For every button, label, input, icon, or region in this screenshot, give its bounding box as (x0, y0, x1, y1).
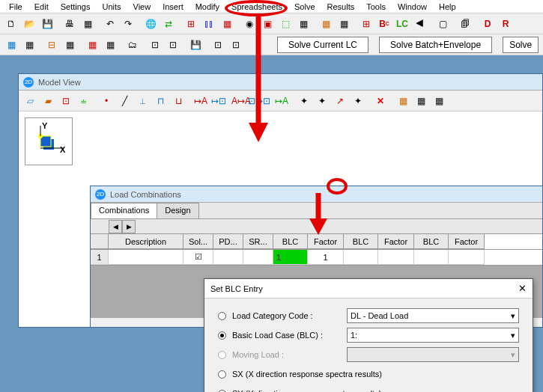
mvt-17-icon[interactable]: ↗ (332, 93, 348, 109)
t2-6-icon[interactable]: ▦ (102, 37, 118, 53)
mvt-3-icon[interactable]: ⊡ (58, 93, 74, 109)
col-description[interactable]: Description (109, 234, 183, 249)
mvt-18-icon[interactable]: ✦ (350, 93, 366, 109)
tool3-icon[interactable]: ▦ (219, 16, 235, 32)
tool12-icon[interactable]: 🗐 (457, 16, 473, 32)
mvt-13-icon[interactable]: ⊡↦⊡ (251, 93, 267, 109)
cell-factor3[interactable] (449, 250, 485, 265)
tool7-icon[interactable]: ▦ (295, 16, 312, 32)
print-preview-icon[interactable]: ▦ (79, 16, 96, 32)
globe-icon[interactable]: 🌐 (142, 16, 159, 32)
model-view-titlebar[interactable]: 2D Model View (19, 74, 542, 91)
mvt-delete-icon[interactable]: ✕ (372, 93, 389, 109)
mvt-line-icon[interactable]: ╱ (116, 93, 133, 109)
mvt-19-icon[interactable]: ▦ (395, 93, 411, 109)
menu-modify[interactable]: Modify (189, 1, 225, 13)
mvt-9-icon[interactable]: ⊔ (170, 93, 186, 109)
t2-9-icon[interactable]: ⊡ (165, 37, 181, 53)
cell-sr[interactable] (243, 250, 273, 265)
sheet-prev-icon[interactable]: ◀ (109, 220, 122, 233)
mvt-21-icon[interactable]: ▦ (431, 93, 447, 109)
undo-icon[interactable]: ↶ (102, 16, 118, 32)
tool1-icon[interactable]: ⊞ (183, 16, 199, 32)
mvt-node-icon[interactable]: • (98, 93, 115, 109)
col-blc1[interactable]: BLC (273, 234, 308, 249)
t2-7-icon[interactable]: 🗂 (124, 37, 141, 53)
col-sol[interactable]: Sol... (183, 234, 213, 249)
mvt-14-icon[interactable]: ↦A (273, 93, 290, 109)
tool4-icon[interactable]: ◉ (241, 16, 258, 32)
lc-label-icon[interactable]: LC (394, 16, 410, 32)
redo-icon[interactable]: ↷ (120, 16, 136, 32)
col-blc2[interactable]: BLC (344, 234, 378, 249)
mvt-11-icon[interactable]: ↦⊡ (210, 93, 227, 109)
tool11-icon[interactable]: ▢ (434, 16, 451, 32)
menu-file[interactable]: File (3, 1, 28, 13)
mvt-12-icon[interactable]: A↦A (233, 93, 249, 109)
r-icon[interactable]: R (497, 16, 514, 32)
tab-design[interactable]: Design (157, 203, 198, 218)
mvt-15-icon[interactable]: ✦ (296, 93, 312, 109)
radio-sx[interactable] (218, 370, 226, 379)
new-icon[interactable]: 🗋 (3, 16, 19, 32)
cell-pd[interactable] (213, 250, 243, 265)
col-factor2[interactable]: Factor (378, 234, 414, 249)
menu-units[interactable]: Units (96, 1, 127, 13)
radio-load-category[interactable] (218, 312, 226, 320)
tool10-icon[interactable]: ⊞ (358, 16, 374, 32)
blc-icon[interactable]: BC (376, 16, 392, 32)
col-factor3[interactable]: Factor (449, 234, 485, 249)
open-icon[interactable]: 📂 (21, 16, 37, 32)
radio-blc[interactable] (218, 331, 226, 340)
solve-batch-button[interactable]: Solve Batch+Envelope (379, 37, 492, 53)
menu-window[interactable]: Window (392, 1, 433, 13)
mvt-7-icon[interactable]: ⟂ (134, 93, 151, 109)
col-pd[interactable]: PD... (213, 234, 243, 249)
cell-description[interactable] (109, 250, 183, 265)
cell-rownum[interactable]: 1 (91, 250, 109, 265)
t2-10-icon[interactable]: 💾 (187, 37, 204, 53)
d-icon[interactable]: D (479, 16, 496, 32)
mvt-select-icon[interactable]: ▱ (22, 93, 38, 109)
col-sr[interactable]: SR... (243, 234, 273, 249)
mvt-20-icon[interactable]: ▦ (413, 93, 429, 109)
t2-1-icon[interactable]: ▦ (3, 37, 19, 53)
cell-blc3[interactable] (414, 250, 449, 265)
combo-load-category[interactable]: DL - Dead Load▾ (347, 308, 519, 323)
menu-help[interactable]: Help (433, 1, 462, 13)
dialog-titlebar[interactable]: Set BLC Entry ✕ (204, 279, 533, 298)
col-rownum[interactable] (91, 234, 109, 249)
cell-blc1-active[interactable]: 1 (273, 250, 308, 265)
tool6-icon[interactable]: ⬚ (277, 16, 294, 32)
mvt-8-icon[interactable]: ⊓ (152, 93, 169, 109)
mvt-4-icon[interactable]: ⫨ (76, 93, 92, 109)
lc-prev-icon[interactable]: ⯇ (412, 16, 428, 32)
solve-current-button[interactable]: Solve Current LC (277, 37, 368, 53)
menu-insert[interactable]: Insert (157, 1, 189, 13)
radio-sy[interactable] (218, 390, 226, 393)
menu-solve[interactable]: Solve (288, 1, 321, 13)
mvt-10-icon[interactable]: ↦A (192, 93, 209, 109)
tool2-icon[interactable]: ⫿⫿ (201, 16, 217, 32)
t2-12-icon[interactable]: ⊡ (228, 37, 244, 53)
menu-view[interactable]: View (127, 1, 157, 13)
t2-11-icon[interactable]: ⊡ (210, 37, 226, 53)
cell-sol-checkbox[interactable]: ☑ (183, 250, 213, 265)
combo-blc[interactable]: 1:▾ (347, 328, 519, 343)
menu-results[interactable]: Results (321, 1, 361, 13)
menu-edit[interactable]: Edit (28, 1, 55, 13)
print-icon[interactable]: 🖶 (61, 16, 78, 32)
sheet-next-icon[interactable]: ▶ (122, 220, 136, 233)
close-icon[interactable]: ✕ (518, 283, 527, 294)
menu-spreadsheets[interactable]: Spreadsheets (225, 1, 288, 13)
mvt-16-icon[interactable]: ✦ (314, 93, 330, 109)
mvt-2-icon[interactable]: ▰ (40, 93, 56, 109)
t2-5-icon[interactable]: ▦ (84, 37, 100, 53)
save-icon[interactable]: 💾 (39, 16, 55, 32)
tool5-icon[interactable]: ▣ (259, 16, 276, 32)
menu-tools[interactable]: Tools (360, 1, 392, 13)
col-blc3[interactable]: BLC (414, 234, 449, 249)
lc-titlebar[interactable]: 2D Load Combinations (91, 186, 542, 203)
tool9-icon[interactable]: ▦ (336, 16, 352, 32)
cell-factor1[interactable]: 1 (308, 250, 344, 265)
